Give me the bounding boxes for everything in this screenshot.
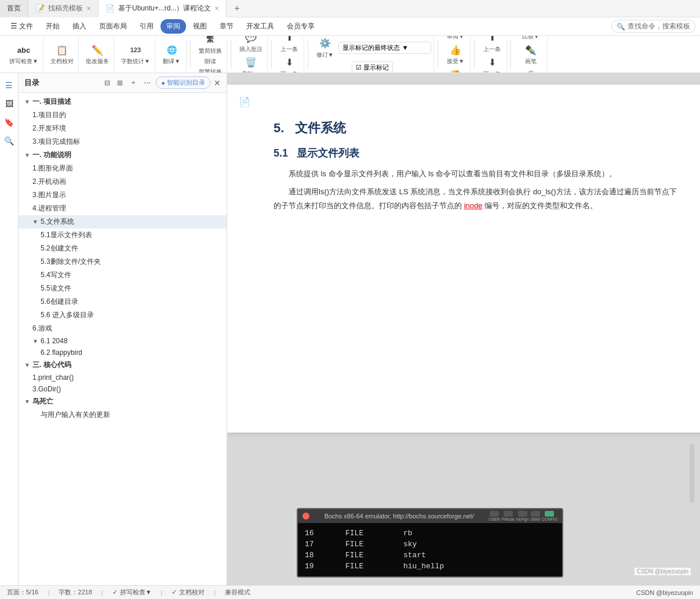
prev-comment-btn[interactable]: ⬆ 上一条 <box>278 36 300 55</box>
delete-comment-btn[interactable]: 🗑️ 删除▼ <box>240 55 262 74</box>
menu-vip[interactable]: 会员专享 <box>281 19 320 34</box>
toc-toggle-9[interactable]: ▼ <box>32 219 38 225</box>
track-state-label: 显示标记的最终状态 <box>342 43 400 52</box>
toc-item-22[interactable]: 3.GoDir() <box>19 383 227 395</box>
menu-file[interactable]: ☰ 文件 <box>5 19 39 34</box>
toc-item-21[interactable]: 1.print_char() <box>19 372 227 383</box>
fanjian-btn[interactable]: 繁 繁简转换 <box>196 36 224 56</box>
toc-item-8[interactable]: 4.进程管理 <box>19 202 227 215</box>
toc-item-0[interactable]: ▼ 一. 项目描述 <box>19 95 227 108</box>
prev-track-btn[interactable]: ⬆ 上一条 <box>481 36 503 55</box>
toc-collapse-btn[interactable]: ⊞ <box>115 78 125 88</box>
accept-label: 接受▼ <box>447 57 464 66</box>
tab-doc[interactable]: 📄 基于Ubuntu+...rd...）课程论文 ✕ <box>99 0 227 17</box>
restrict-icon: 🔒 <box>524 68 538 73</box>
toc-item-9[interactable]: ▼ 5.文件系统 <box>19 215 227 228</box>
toc-sidebar-btn[interactable]: ☰ <box>2 78 17 93</box>
doc-tab-close[interactable]: ✕ <box>214 5 219 12</box>
wordcount-label: 字数统计▼ <box>121 57 150 66</box>
toc-item-7[interactable]: 3.图片显示 <box>19 188 227 202</box>
toc-ai-btn[interactable]: ● 智能识别目录 <box>156 77 210 89</box>
show-marks-dropdown[interactable]: ☑ 显示标记 <box>352 61 393 74</box>
menu-dev[interactable]: 开发工具 <box>240 19 280 34</box>
toc-item-10[interactable]: 5.1显示文件列表 <box>19 228 227 242</box>
toc-item-12[interactable]: 5.3删除文件/文件夹 <box>19 255 227 268</box>
status-bar: 页面：5/16 | 字数：2218 | ✓ 拼写检查▼ | ✓ 文档校对 | 兼… <box>0 585 700 599</box>
track-state-dropdown[interactable]: 显示标记的最终状态 ▼ <box>338 42 431 54</box>
tab-home[interactable]: 首页 <box>0 0 28 17</box>
translate-btn[interactable]: 🌐 翻译▼ <box>161 42 183 67</box>
pen-btn[interactable]: ✒️ 画笔 <box>522 42 540 67</box>
toc-item-6[interactable]: 2.开机动画 <box>19 175 227 188</box>
status-spellcheck[interactable]: ✓ 拼写检查▼ <box>112 588 152 597</box>
menu-insert[interactable]: 插入 <box>67 19 92 34</box>
toc-item-3[interactable]: 3.项目完成指标 <box>19 135 227 148</box>
toc-item-14[interactable]: 5.5读文件 <box>19 282 227 295</box>
toolbar-group-nav2: ⬆ 上一条 ⬇ 下一条 <box>478 37 507 72</box>
reject-btn[interactable]: 👎 拒绝▼ <box>444 67 466 73</box>
menu-search-box[interactable]: 🔍 查找命令，搜索模板 <box>611 20 695 33</box>
fanzhuanjian-btn[interactable]: 简繁转换 <box>196 67 224 73</box>
toc-add-btn[interactable]: ＋ <box>128 77 138 88</box>
toc-toggle-4[interactable]: ▼ <box>24 152 30 158</box>
menu-chapter[interactable]: 章节 <box>214 19 239 34</box>
spellcheck-btn[interactable]: abc 拼写检查▼ <box>7 42 41 67</box>
doccheck-check-icon: ✓ <box>172 589 177 596</box>
status-doccheck[interactable]: ✓ 文档校对 <box>172 588 205 597</box>
toc-item-4[interactable]: ▼ 一. 功能说明 <box>19 148 227 162</box>
toc-toggle-18[interactable]: ▼ <box>32 338 38 344</box>
tab-wenxiu[interactable]: 📝 找稿壳模板 ✕ <box>28 0 99 17</box>
new-tab-button[interactable]: ＋ <box>227 2 247 14</box>
review-btn[interactable]: 📋 审阅▼ <box>444 36 466 42</box>
langdu-btn[interactable]: 朗读 <box>202 56 218 67</box>
doc-page-icon: 📄 <box>239 96 250 107</box>
toc-item-18[interactable]: ▼ 6.1 2048 <box>19 335 227 347</box>
toc-close-btn[interactable]: ✕ <box>214 78 221 88</box>
toc-item-2[interactable]: 2.开发环境 <box>19 122 227 135</box>
toc-item-15[interactable]: 5.6创建目录 <box>19 295 227 308</box>
next-comment-btn[interactable]: ⬇ 下一条 <box>278 55 300 74</box>
terminal-icon-user: USER <box>488 511 500 521</box>
toc-expand-btn[interactable]: ⊟ <box>103 78 112 88</box>
toc-item-19[interactable]: 6.2 flappybird <box>19 347 227 358</box>
toc-toggle-20[interactable]: ▼ <box>24 362 30 368</box>
toc-item-17[interactable]: 6.游戏 <box>19 322 227 335</box>
toc-item-24[interactable]: 与用户输入有关的更新 <box>19 408 227 422</box>
menu-view[interactable]: 视图 <box>187 19 213 34</box>
toc-item-1[interactable]: 1.项目目的 <box>19 108 227 122</box>
menu-start[interactable]: 开始 <box>40 19 65 34</box>
toc-item-23[interactable]: ▼ 鸟死亡 <box>19 395 227 408</box>
terminal-close-btn[interactable] <box>302 513 309 520</box>
toc-item-11[interactable]: 5.2创建文件 <box>19 242 227 255</box>
correct-btn[interactable]: ✏️ 批改服务 <box>83 42 111 67</box>
image-sidebar-btn[interactable]: 🖼 <box>2 96 17 111</box>
track-btn[interactable]: ⚙️ 修订▼ <box>314 36 336 60</box>
terminal-icon-nopgn: NoPgn <box>516 511 528 521</box>
toc-item-16[interactable]: 5.6 进入多级目录 <box>19 308 227 322</box>
toc-toggle-0[interactable]: ▼ <box>24 99 30 105</box>
menu-review[interactable]: 审阅 <box>161 19 186 34</box>
wordcount-btn[interactable]: 123 字数统计▼ <box>119 42 152 67</box>
status-page: 页面：5/16 <box>7 588 38 597</box>
compare-btn[interactable]: 📊 比较▼ <box>520 36 542 42</box>
toc-item-20[interactable]: ▼ 三. 核心代码 <box>19 358 227 372</box>
toc-more-btn[interactable]: ⋯ <box>142 78 152 88</box>
status-brand: CSDN @biyezuopin <box>636 589 693 596</box>
menu-ref[interactable]: 引用 <box>134 19 159 34</box>
accept-btn[interactable]: 👍 接受▼ <box>444 42 466 67</box>
accept-icon: 👍 <box>449 43 462 57</box>
compare-label: 比较▼ <box>522 36 539 41</box>
spellcheck-label: 拼写检查▼ <box>9 57 38 66</box>
toc-item-5[interactable]: 1.图形化界面 <box>19 162 227 175</box>
restrict-btn[interactable]: 🔒 限制编辑 <box>517 67 545 73</box>
insert-comment-btn[interactable]: 💬 插入批注 <box>237 36 265 55</box>
doccheck-btn[interactable]: 📋 文档校对 <box>48 42 76 67</box>
toc-toggle-23[interactable]: ▼ <box>24 398 30 405</box>
menu-layout[interactable]: 页面布局 <box>93 19 133 34</box>
wenxiu-tab-close[interactable]: ✕ <box>86 5 91 12</box>
bookmark-sidebar-btn[interactable]: 🔖 <box>2 115 17 130</box>
next-track-btn[interactable]: ⬇ 下一条 <box>481 55 503 74</box>
search-sidebar-btn[interactable]: 🔍 <box>2 133 17 148</box>
toc-item-13[interactable]: 5.4写文件 <box>19 268 227 282</box>
toc-title: 目录 <box>24 78 39 88</box>
